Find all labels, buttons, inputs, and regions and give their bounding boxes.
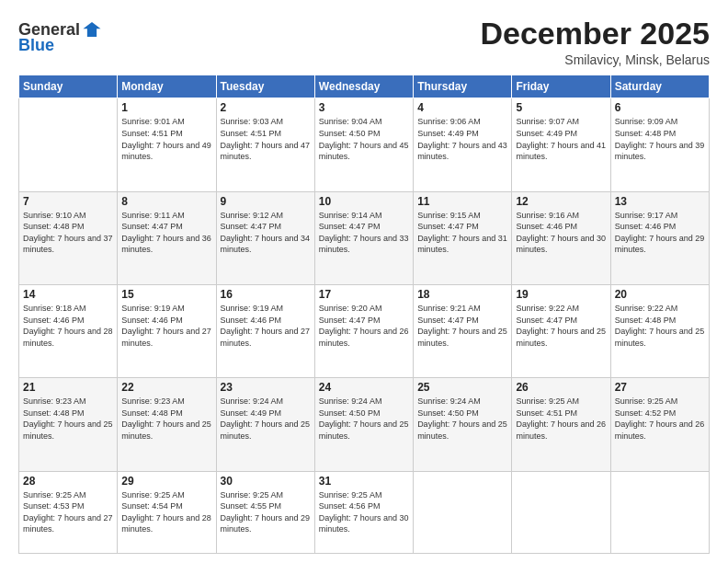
day-number: 22 bbox=[121, 381, 211, 394]
day-number: 1 bbox=[121, 101, 211, 114]
day-number: 8 bbox=[121, 195, 211, 208]
weekday-header-tuesday: Tuesday bbox=[216, 75, 314, 98]
day-number: 5 bbox=[516, 101, 606, 114]
day-info: Sunrise: 9:24 AMSunset: 4:50 PMDaylight:… bbox=[417, 396, 507, 442]
calendar-cell: 7Sunrise: 9:10 AMSunset: 4:48 PMDaylight… bbox=[19, 191, 118, 284]
calendar-cell: 19Sunrise: 9:22 AMSunset: 4:47 PMDayligh… bbox=[512, 284, 610, 377]
week-row-3: 14Sunrise: 9:18 AMSunset: 4:46 PMDayligh… bbox=[19, 284, 710, 377]
day-info: Sunrise: 9:17 AMSunset: 4:46 PMDaylight:… bbox=[615, 210, 705, 256]
week-row-1: 1Sunrise: 9:01 AMSunset: 4:51 PMDaylight… bbox=[19, 98, 710, 191]
calendar-cell: 26Sunrise: 9:25 AMSunset: 4:51 PMDayligh… bbox=[512, 378, 610, 471]
calendar-cell: 6Sunrise: 9:09 AMSunset: 4:48 PMDaylight… bbox=[610, 98, 709, 191]
weekday-header-thursday: Thursday bbox=[414, 75, 512, 98]
calendar-cell: 18Sunrise: 9:21 AMSunset: 4:47 PMDayligh… bbox=[414, 284, 512, 377]
day-number: 29 bbox=[121, 475, 211, 488]
day-info: Sunrise: 9:18 AMSunset: 4:46 PMDaylight:… bbox=[23, 303, 113, 349]
day-number: 6 bbox=[615, 101, 705, 114]
calendar-cell: 27Sunrise: 9:25 AMSunset: 4:52 PMDayligh… bbox=[610, 378, 709, 471]
calendar-cell: 10Sunrise: 9:14 AMSunset: 4:47 PMDayligh… bbox=[314, 191, 413, 284]
svg-marker-0 bbox=[84, 21, 101, 36]
day-info: Sunrise: 9:09 AMSunset: 4:48 PMDaylight:… bbox=[615, 116, 705, 162]
calendar-cell: 9Sunrise: 9:12 AMSunset: 4:47 PMDaylight… bbox=[216, 191, 314, 284]
day-info: Sunrise: 9:22 AMSunset: 4:48 PMDaylight:… bbox=[615, 303, 705, 349]
day-info: Sunrise: 9:25 AMSunset: 4:51 PMDaylight:… bbox=[516, 396, 606, 442]
day-number: 9 bbox=[221, 195, 311, 208]
calendar-cell: 1Sunrise: 9:01 AMSunset: 4:51 PMDaylight… bbox=[118, 98, 216, 191]
location: Smilavicy, Minsk, Belarus bbox=[480, 52, 710, 67]
calendar-cell bbox=[512, 471, 610, 553]
day-info: Sunrise: 9:14 AMSunset: 4:47 PMDaylight:… bbox=[319, 210, 409, 256]
week-row-5: 28Sunrise: 9:25 AMSunset: 4:53 PMDayligh… bbox=[19, 471, 710, 553]
calendar-cell: 15Sunrise: 9:19 AMSunset: 4:46 PMDayligh… bbox=[118, 284, 216, 377]
calendar-cell: 11Sunrise: 9:15 AMSunset: 4:47 PMDayligh… bbox=[414, 191, 512, 284]
calendar-cell bbox=[610, 471, 709, 553]
calendar-cell: 29Sunrise: 9:25 AMSunset: 4:54 PMDayligh… bbox=[118, 471, 216, 553]
calendar-cell: 31Sunrise: 9:25 AMSunset: 4:56 PMDayligh… bbox=[314, 471, 413, 553]
day-info: Sunrise: 9:11 AMSunset: 4:47 PMDaylight:… bbox=[121, 210, 211, 256]
day-info: Sunrise: 9:07 AMSunset: 4:49 PMDaylight:… bbox=[516, 116, 606, 162]
day-info: Sunrise: 9:25 AMSunset: 4:55 PMDaylight:… bbox=[221, 489, 311, 535]
day-number: 10 bbox=[319, 195, 409, 208]
day-number: 19 bbox=[516, 288, 606, 301]
day-number: 31 bbox=[319, 475, 409, 488]
day-number: 24 bbox=[319, 381, 409, 394]
day-info: Sunrise: 9:12 AMSunset: 4:47 PMDaylight:… bbox=[221, 210, 311, 256]
month-title: December 2025 bbox=[480, 17, 710, 51]
day-number: 18 bbox=[417, 288, 507, 301]
day-number: 3 bbox=[319, 101, 409, 114]
calendar-cell bbox=[19, 98, 118, 191]
day-info: Sunrise: 9:23 AMSunset: 4:48 PMDaylight:… bbox=[23, 396, 113, 442]
day-number: 28 bbox=[23, 475, 113, 488]
calendar-cell: 8Sunrise: 9:11 AMSunset: 4:47 PMDaylight… bbox=[118, 191, 216, 284]
day-info: Sunrise: 9:19 AMSunset: 4:46 PMDaylight:… bbox=[121, 303, 211, 349]
day-info: Sunrise: 9:25 AMSunset: 4:52 PMDaylight:… bbox=[615, 396, 705, 442]
calendar-page: General Blue December 2025 Smilavicy, Mi… bbox=[0, 0, 728, 563]
day-number: 7 bbox=[23, 195, 113, 208]
day-info: Sunrise: 9:22 AMSunset: 4:47 PMDaylight:… bbox=[516, 303, 606, 349]
weekday-header-row: SundayMondayTuesdayWednesdayThursdayFrid… bbox=[19, 75, 710, 98]
day-number: 13 bbox=[615, 195, 705, 208]
day-info: Sunrise: 9:01 AMSunset: 4:51 PMDaylight:… bbox=[121, 116, 211, 162]
day-number: 21 bbox=[23, 381, 113, 394]
day-info: Sunrise: 9:04 AMSunset: 4:50 PMDaylight:… bbox=[319, 116, 409, 162]
calendar-cell bbox=[414, 471, 512, 553]
calendar-cell: 17Sunrise: 9:20 AMSunset: 4:47 PMDayligh… bbox=[314, 284, 413, 377]
day-info: Sunrise: 9:20 AMSunset: 4:47 PMDaylight:… bbox=[319, 303, 409, 349]
day-number: 12 bbox=[516, 195, 606, 208]
weekday-header-saturday: Saturday bbox=[610, 75, 709, 98]
week-row-2: 7Sunrise: 9:10 AMSunset: 4:48 PMDaylight… bbox=[19, 191, 710, 284]
calendar-cell: 28Sunrise: 9:25 AMSunset: 4:53 PMDayligh… bbox=[19, 471, 118, 553]
day-number: 4 bbox=[417, 101, 507, 114]
calendar-table: SundayMondayTuesdayWednesdayThursdayFrid… bbox=[18, 75, 710, 554]
calendar-cell: 24Sunrise: 9:24 AMSunset: 4:50 PMDayligh… bbox=[314, 378, 413, 471]
calendar-cell: 13Sunrise: 9:17 AMSunset: 4:46 PMDayligh… bbox=[610, 191, 709, 284]
calendar-cell: 14Sunrise: 9:18 AMSunset: 4:46 PMDayligh… bbox=[19, 284, 118, 377]
day-info: Sunrise: 9:06 AMSunset: 4:49 PMDaylight:… bbox=[417, 116, 507, 162]
calendar-cell: 12Sunrise: 9:16 AMSunset: 4:46 PMDayligh… bbox=[512, 191, 610, 284]
day-number: 26 bbox=[516, 381, 606, 394]
calendar-cell: 23Sunrise: 9:24 AMSunset: 4:49 PMDayligh… bbox=[216, 378, 314, 471]
day-number: 16 bbox=[221, 288, 311, 301]
title-block: December 2025 Smilavicy, Minsk, Belarus bbox=[480, 17, 710, 67]
day-info: Sunrise: 9:25 AMSunset: 4:56 PMDaylight:… bbox=[319, 489, 409, 535]
weekday-header-monday: Monday bbox=[118, 75, 216, 98]
day-info: Sunrise: 9:23 AMSunset: 4:48 PMDaylight:… bbox=[121, 396, 211, 442]
calendar-cell: 21Sunrise: 9:23 AMSunset: 4:48 PMDayligh… bbox=[19, 378, 118, 471]
day-info: Sunrise: 9:03 AMSunset: 4:51 PMDaylight:… bbox=[221, 116, 311, 162]
logo: General Blue bbox=[18, 20, 102, 55]
calendar-cell: 5Sunrise: 9:07 AMSunset: 4:49 PMDaylight… bbox=[512, 98, 610, 191]
header: General Blue December 2025 Smilavicy, Mi… bbox=[18, 17, 710, 67]
day-number: 2 bbox=[221, 101, 311, 114]
day-info: Sunrise: 9:21 AMSunset: 4:47 PMDaylight:… bbox=[417, 303, 507, 349]
day-info: Sunrise: 9:25 AMSunset: 4:53 PMDaylight:… bbox=[23, 489, 113, 535]
week-row-4: 21Sunrise: 9:23 AMSunset: 4:48 PMDayligh… bbox=[19, 378, 710, 471]
calendar-cell: 20Sunrise: 9:22 AMSunset: 4:48 PMDayligh… bbox=[610, 284, 709, 377]
logo-icon bbox=[82, 19, 102, 40]
day-info: Sunrise: 9:10 AMSunset: 4:48 PMDaylight:… bbox=[23, 210, 113, 256]
day-info: Sunrise: 9:16 AMSunset: 4:46 PMDaylight:… bbox=[516, 210, 606, 256]
day-number: 14 bbox=[23, 288, 113, 301]
day-info: Sunrise: 9:25 AMSunset: 4:54 PMDaylight:… bbox=[121, 489, 211, 535]
calendar-cell: 16Sunrise: 9:19 AMSunset: 4:46 PMDayligh… bbox=[216, 284, 314, 377]
calendar-cell: 2Sunrise: 9:03 AMSunset: 4:51 PMDaylight… bbox=[216, 98, 314, 191]
day-number: 15 bbox=[121, 288, 211, 301]
